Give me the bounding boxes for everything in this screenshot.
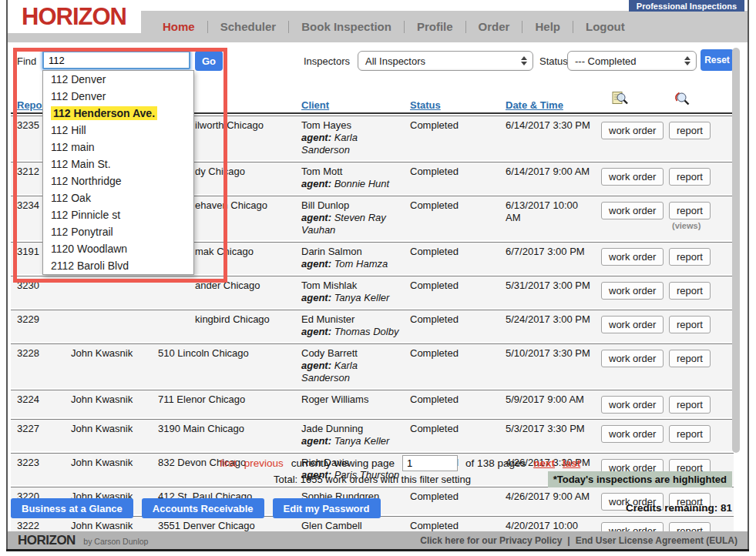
work-order-button[interactable]: work order bbox=[601, 282, 664, 300]
report-button[interactable]: report bbox=[669, 396, 711, 414]
column-header-date: Date & Time bbox=[499, 99, 595, 111]
work-order-button[interactable]: work order bbox=[601, 316, 664, 333]
report-cell: report bbox=[663, 276, 734, 308]
accounts-receivable-button[interactable]: Accounts Receivable bbox=[142, 498, 264, 518]
privacy-policy-link[interactable]: Click here for our Privacy Policy bbox=[420, 535, 562, 546]
nav-item-logout[interactable]: Logout bbox=[573, 20, 637, 33]
autocomplete-item[interactable]: 112 Pinnicle st bbox=[43, 206, 193, 223]
agent-label: agent: bbox=[301, 212, 331, 223]
nav-item-profile[interactable]: Profile bbox=[405, 20, 465, 33]
nav-item-order[interactable]: Order bbox=[466, 20, 522, 33]
highlight-note: *Today's inspections are highlighted bbox=[548, 471, 732, 487]
work-order-button[interactable]: work order bbox=[601, 202, 664, 219]
page-number-input[interactable] bbox=[402, 455, 458, 471]
inspector-cell bbox=[65, 310, 152, 342]
report-cell: report bbox=[663, 344, 734, 388]
autocomplete-item[interactable]: 112 Denver bbox=[43, 71, 193, 88]
work-order-button[interactable]: work order bbox=[601, 168, 664, 186]
date-cell: 5/31/2017 3:00 PM bbox=[499, 276, 595, 308]
autocomplete-dropdown: 112 Denver112 Denver112 Henderson Ave.11… bbox=[42, 70, 194, 275]
footer: HORIZON by Carson Dunlop Click here for … bbox=[8, 531, 748, 549]
footer-brand-group: HORIZON by Carson Dunlop bbox=[18, 533, 148, 548]
status-cell: Completed bbox=[404, 310, 499, 342]
inspectors-select[interactable]: All Inspectors bbox=[358, 51, 533, 71]
select-arrows-icon bbox=[684, 56, 690, 65]
inspector-cell: John Kwasnik bbox=[65, 344, 152, 388]
eula-link[interactable]: End User License Agreement (EULA) bbox=[576, 535, 738, 546]
status-select[interactable]: --- Completed bbox=[567, 51, 697, 71]
edit-my-password-button[interactable]: Edit my Password bbox=[273, 498, 381, 518]
report-button[interactable]: report bbox=[669, 425, 711, 443]
autocomplete-item[interactable]: 1120 Woodlawn bbox=[43, 240, 193, 257]
business-at-a-glance-button[interactable]: Business at a Glance bbox=[11, 498, 133, 518]
address-cell: ander Chicago bbox=[152, 276, 295, 308]
page-frame-left bbox=[6, 0, 8, 551]
pagination-first-link[interactable]: first bbox=[220, 457, 237, 469]
work-order-button[interactable]: work order bbox=[601, 248, 664, 266]
client-cell: Darin Salmonagent: Tom Hamza bbox=[295, 243, 404, 274]
reset-button[interactable]: Reset bbox=[701, 49, 734, 71]
report-button[interactable]: report bbox=[669, 248, 711, 266]
nav-item-home[interactable]: Home bbox=[150, 20, 207, 33]
report-number-cell: 3227 bbox=[11, 420, 65, 451]
report-button[interactable]: report bbox=[669, 316, 711, 333]
autocomplete-item[interactable]: 112 Hill bbox=[43, 122, 193, 139]
client-cell: Roger Williams bbox=[295, 390, 404, 417]
nav-item-help[interactable]: Help bbox=[522, 20, 573, 33]
table-scrollbar[interactable] bbox=[732, 48, 740, 453]
client-cell: Jade Dunningagent: Tanya Keller bbox=[295, 420, 404, 451]
status-cell: Completed bbox=[404, 276, 499, 308]
report-cell: report(views) bbox=[663, 196, 734, 240]
go-button[interactable]: Go bbox=[195, 51, 223, 71]
date-sort-link[interactable]: Date & Time bbox=[506, 99, 563, 111]
client-cell: Tom Hayesagent: Karla Sanderson bbox=[295, 116, 404, 160]
pagination-next-link[interactable]: next bbox=[533, 457, 555, 469]
autocomplete-item[interactable]: 112 Oak bbox=[43, 189, 193, 206]
pagination-last-link[interactable]: last bbox=[563, 457, 580, 469]
work-order-button[interactable]: work order bbox=[601, 425, 664, 443]
app-window: HomeSchedulerBook InspectionProfileOrder… bbox=[0, 0, 756, 556]
autocomplete-item[interactable]: 112 Denver bbox=[43, 88, 193, 105]
agent-name: Tanya Keller bbox=[334, 292, 390, 303]
agent-label: agent: bbox=[301, 435, 331, 447]
autocomplete-item[interactable]: 112 Main St. bbox=[43, 156, 193, 172]
status-cell: Completed bbox=[404, 196, 499, 240]
pagination-previous-link[interactable]: previous bbox=[244, 457, 284, 469]
work-order-button[interactable]: work order bbox=[601, 396, 664, 414]
work-order-button[interactable]: work order bbox=[601, 122, 664, 139]
find-input[interactable] bbox=[42, 51, 190, 69]
autocomplete-item[interactable]: 112 Ponytrail bbox=[43, 223, 193, 240]
status-cell: Completed bbox=[404, 116, 499, 160]
status-cell: Completed bbox=[404, 420, 499, 451]
status-label: Status bbox=[539, 55, 568, 67]
agent-line: agent: Karla Sanderson bbox=[301, 132, 401, 156]
agent-label: agent: bbox=[301, 326, 331, 337]
status-sort-link[interactable]: Status bbox=[410, 99, 441, 111]
report-button[interactable]: report bbox=[669, 202, 711, 219]
autocomplete-item[interactable]: 2112 Baroli Blvd bbox=[43, 257, 193, 274]
work-order-button[interactable]: work order bbox=[601, 350, 664, 367]
status-cell: Completed bbox=[404, 344, 499, 388]
client-sort-link[interactable]: Client bbox=[301, 99, 329, 111]
report-cell: report bbox=[663, 116, 734, 160]
agent-label: agent: bbox=[301, 132, 331, 143]
report-button[interactable]: report bbox=[669, 282, 711, 300]
nav-item-scheduler[interactable]: Scheduler bbox=[208, 20, 289, 33]
page-frame-bottom bbox=[6, 549, 749, 551]
client-name: Glen Cambell bbox=[301, 520, 401, 532]
agent-line: agent: Tanya Keller bbox=[301, 435, 401, 447]
footer-byline: by Carson Dunlop bbox=[83, 537, 148, 546]
autocomplete-item[interactable]: 112 Northridge bbox=[43, 172, 193, 189]
report-button[interactable]: report bbox=[669, 168, 711, 186]
inspector-cell bbox=[65, 276, 152, 308]
nav-item-book-inspection[interactable]: Book Inspection bbox=[289, 20, 404, 33]
report-button[interactable]: report bbox=[669, 350, 711, 367]
client-cell: Cody Barrettagent: Karla Sanderson bbox=[295, 344, 404, 388]
inspectors-select-value: All Inspectors bbox=[365, 55, 425, 67]
autocomplete-item[interactable]: 112 main bbox=[43, 139, 193, 156]
work-order-cell: work order bbox=[595, 276, 663, 308]
report-button[interactable]: report bbox=[669, 122, 711, 139]
work-order-cell: work order bbox=[595, 196, 663, 240]
report-search-icon bbox=[663, 91, 734, 111]
autocomplete-item[interactable]: 112 Henderson Ave. bbox=[43, 105, 193, 122]
